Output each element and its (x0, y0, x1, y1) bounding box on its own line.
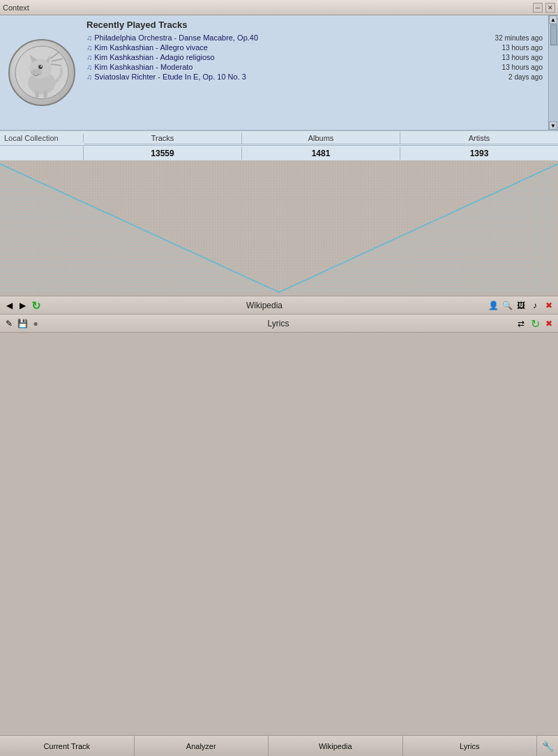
svg-point-6 (38, 65, 43, 69)
stats-section: Local Collection TracksAlbumsArtists 135… (0, 130, 558, 160)
track-item[interactable]: ♫ Kim Kashkashian - Adagio religioso 13 … (86, 52, 543, 62)
svg-point-7 (40, 66, 42, 67)
lyrics-title: Lyrics (45, 319, 512, 328)
track-time: 32 minutes ago (495, 34, 543, 42)
recently-played-section: Recently Played Tracks ♫ Philadelphia Or… (84, 15, 548, 130)
wiki-search-button[interactable]: 🔍 (501, 299, 513, 312)
track-item[interactable]: ♫ Philadelphia Orchestra - Danse Macabre… (86, 33, 543, 43)
lyrics-save-button[interactable]: 💾 (16, 317, 29, 330)
lyrics-toolbar: ✎ 💾 ● Lyrics ⇄ ↻ ✖ (0, 315, 558, 333)
minimize-button[interactable]: ─ (533, 3, 543, 13)
stats-headers: TracksAlbumsArtists (84, 133, 558, 144)
wiki-forward-button[interactable]: ▶ (16, 299, 29, 312)
stats-values: 1355914811393 (84, 147, 558, 160)
track-list[interactable]: ♫ Philadelphia Orchestra - Danse Macabre… (86, 33, 543, 127)
bottom-tab-wikipedia[interactable]: Wikipedia (269, 736, 403, 756)
title-bar-buttons: ─ ✕ (533, 3, 555, 13)
music-note-icon: ♫ (86, 73, 92, 81)
wiki-nav-buttons: ◀ ▶ ↻ (0, 299, 45, 312)
lyrics-nav-button[interactable]: ⇄ (515, 317, 527, 330)
track-item[interactable]: ♫ Kim Kashkashian - Allegro vivace 13 ho… (86, 43, 543, 52)
analyzer-section (0, 160, 558, 296)
app-logo (8, 39, 75, 106)
wiki-action-buttons: 👤 🔍 🖼 ♪ ✖ (484, 299, 558, 312)
svg-rect-8 (35, 91, 39, 98)
lyrics-left-buttons: ✎ 💾 ● (0, 317, 45, 330)
lyrics-reload-button[interactable]: ↻ (529, 317, 541, 330)
bottom-tabs: Current TrackAnalyzerWikipediaLyrics🔧 (0, 735, 558, 756)
bottom-tab-current-track[interactable]: Current Track (0, 736, 135, 756)
track-time: 13 hours ago (502, 44, 543, 52)
title-bar: Context ─ ✕ (0, 0, 558, 15)
wiki-music-button[interactable]: ♪ (529, 299, 541, 312)
wiki-back-button[interactable]: ◀ (3, 299, 15, 312)
svg-point-3 (31, 69, 42, 76)
lyrics-content (0, 333, 558, 735)
wiki-reload-button[interactable]: ↻ (29, 299, 42, 312)
window-title: Context (3, 3, 29, 12)
track-name: ♫ Philadelphia Orchestra - Danse Macabre… (86, 33, 258, 42)
track-scrollbar[interactable]: ▲ ▼ (548, 15, 558, 130)
scroll-thumb[interactable] (550, 24, 557, 45)
track-name: ♫ Kim Kashkashian - Adagio religioso (86, 53, 215, 61)
stat-header-albums: Albums (242, 133, 400, 144)
track-time: 2 days ago (508, 73, 543, 81)
local-collection-label: Local Collection (0, 134, 84, 142)
stat-header-tracks: Tracks (84, 133, 242, 144)
lyrics-right-buttons: ⇄ ↻ ✖ (512, 317, 558, 330)
track-name: ♫ Kim Kashkashian - Moderato (86, 63, 193, 71)
close-button[interactable]: ✕ (545, 3, 555, 13)
analyzer-canvas (0, 160, 558, 296)
wikipedia-toolbar: ◀ ▶ ↻ Wikipedia 👤 🔍 🖼 ♪ ✖ (0, 296, 558, 315)
settings-tab[interactable]: 🔧 (537, 736, 558, 756)
lyrics-info-button[interactable]: ● (29, 317, 42, 330)
wolf-icon (14, 45, 70, 100)
bottom-tab-lyrics[interactable]: Lyrics (403, 736, 538, 756)
recently-played-title: Recently Played Tracks (86, 20, 543, 30)
stat-header-artists: Artists (400, 133, 558, 144)
wiki-image-button[interactable]: 🖼 (515, 299, 527, 312)
top-section: Recently Played Tracks ♫ Philadelphia Or… (0, 15, 558, 130)
stat-value-2: 1393 (400, 147, 558, 160)
wiki-settings-button[interactable]: ✖ (543, 299, 555, 312)
music-note-icon: ♫ (86, 33, 92, 42)
lyrics-edit-button[interactable]: ✎ (3, 317, 15, 330)
track-name: ♫ Kim Kashkashian - Allegro vivace (86, 43, 208, 52)
track-time: 13 hours ago (502, 63, 543, 71)
scroll-down-button[interactable]: ▼ (549, 121, 557, 130)
svg-rect-9 (43, 91, 47, 98)
track-name: ♫ Sviatoslav Richter - Etude In E, Op. 1… (86, 73, 246, 81)
music-note-icon: ♫ (86, 63, 92, 71)
stat-value-0: 13559 (84, 147, 242, 160)
scroll-up-button[interactable]: ▲ (549, 15, 557, 24)
logo-area (0, 15, 84, 130)
wikipedia-title: Wikipedia (45, 301, 484, 310)
track-item[interactable]: ♫ Sviatoslav Richter - Etude In E, Op. 1… (86, 72, 543, 82)
stat-value-1: 1481 (242, 147, 400, 160)
bottom-tab-analyzer[interactable]: Analyzer (135, 736, 269, 756)
wiki-person-button[interactable]: 👤 (487, 299, 499, 312)
music-note-icon: ♫ (86, 53, 92, 61)
music-note-icon: ♫ (86, 43, 92, 52)
track-item[interactable]: ♫ Kim Kashkashian - Moderato 13 hours ag… (86, 62, 543, 72)
track-time: 13 hours ago (502, 54, 543, 61)
lyrics-close-button[interactable]: ✖ (543, 317, 555, 330)
